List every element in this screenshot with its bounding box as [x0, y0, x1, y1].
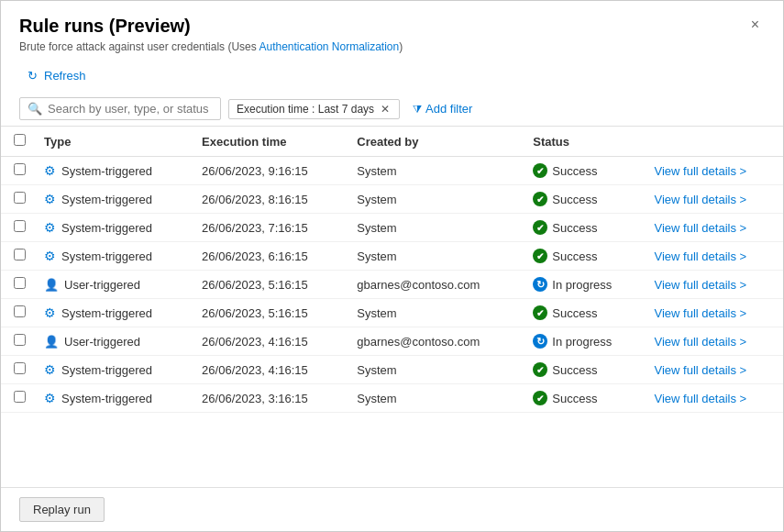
panel-header: Rule runs (Preview) × Brute force attack… [1, 1, 783, 57]
row-checkbox[interactable] [14, 362, 26, 374]
row-checkbox[interactable] [14, 249, 26, 260]
filter-bar: 🔍 Execution time : Last 7 days ✕ ⧩ Add f… [1, 92, 783, 127]
inprogress-icon: ↻ [533, 334, 547, 349]
table-row: 👤User-triggered26/06/2023, 5:16:15gbarne… [1, 271, 783, 299]
gear-icon: ⚙ [44, 362, 56, 377]
execution-time: 26/06/2023, 8:16:15 [193, 185, 348, 214]
search-icon: 🔍 [28, 102, 42, 116]
created-by: System [348, 299, 524, 327]
execution-time: 26/06/2023, 6:16:15 [193, 242, 348, 271]
type-label: System-triggered [61, 363, 152, 377]
execution-time: 26/06/2023, 4:16:15 [193, 327, 348, 356]
runs-table: Type Execution time Created by Status ⚙S… [1, 127, 783, 413]
execution-time: 26/06/2023, 9:16:15 [193, 157, 348, 185]
col-actions [646, 127, 783, 157]
replay-run-button[interactable]: Replay run [19, 497, 105, 522]
search-input[interactable] [48, 102, 213, 116]
view-full-details-link[interactable]: View full details > [655, 306, 747, 320]
table-container: Type Execution time Created by Status ⚙S… [1, 127, 783, 487]
footer: Replay run [1, 487, 783, 531]
table-row: ⚙System-triggered26/06/2023, 8:16:15Syst… [1, 185, 783, 214]
col-created-by: Created by [348, 127, 524, 157]
type-label: System-triggered [61, 221, 152, 235]
view-full-details-link[interactable]: View full details > [655, 164, 747, 178]
refresh-icon: ↻ [25, 68, 39, 83]
col-status: Status [524, 127, 645, 157]
view-full-details-link[interactable]: View full details > [655, 335, 747, 349]
status-label: Success [552, 392, 597, 405]
table-row: 👤User-triggered26/06/2023, 4:16:15gbarne… [1, 327, 783, 356]
view-full-details-link[interactable]: View full details > [655, 221, 747, 235]
inprogress-icon: ↻ [533, 277, 547, 292]
gear-icon: ⚙ [44, 163, 56, 178]
created-by: System [348, 157, 524, 185]
status-label: Success [552, 221, 597, 235]
created-by: System [348, 185, 524, 214]
row-checkbox[interactable] [14, 220, 26, 232]
panel-title: Rule runs (Preview) [19, 16, 191, 37]
row-checkbox[interactable] [14, 277, 26, 289]
view-full-details-link[interactable]: View full details > [655, 193, 747, 206]
view-full-details-link[interactable]: View full details > [655, 278, 747, 292]
created-by: System [348, 242, 524, 271]
row-checkbox[interactable] [14, 192, 26, 204]
execution-time: 26/06/2023, 3:16:15 [193, 384, 348, 413]
add-filter-button[interactable]: ⧩ Add filter [407, 98, 478, 119]
panel-subtitle: Brute force attack against user credenti… [19, 40, 765, 53]
col-checkbox [1, 127, 35, 157]
row-checkbox[interactable] [14, 391, 26, 403]
table-row: ⚙System-triggered26/06/2023, 4:16:15Syst… [1, 356, 783, 384]
filter-chip: Execution time : Last 7 days ✕ [228, 99, 400, 119]
created-by: System [348, 356, 524, 384]
gear-icon: ⚙ [44, 391, 56, 405]
toolbar: ↻ Refresh [1, 57, 783, 92]
type-label: System-triggered [61, 193, 152, 206]
type-label: System-triggered [61, 249, 152, 263]
search-box[interactable]: 🔍 [19, 97, 221, 120]
status-label: In progress [552, 335, 612, 349]
success-icon: ✔ [533, 391, 547, 405]
view-full-details-link[interactable]: View full details > [655, 249, 747, 263]
table-row: ⚙System-triggered26/06/2023, 7:16:15Syst… [1, 214, 783, 242]
gear-icon: ⚙ [44, 220, 56, 235]
subtitle-link[interactable]: Authentication Normalization [259, 40, 399, 53]
gear-icon: ⚙ [44, 305, 56, 320]
col-execution-time: Execution time [193, 127, 348, 157]
close-button[interactable]: × [745, 16, 765, 34]
table-row: ⚙System-triggered26/06/2023, 3:16:15Syst… [1, 384, 783, 413]
filter-chip-remove[interactable]: ✕ [379, 103, 392, 116]
row-checkbox[interactable] [14, 334, 26, 346]
created-by: gbarnes@contoso.com [348, 327, 524, 356]
filter-chip-label: Execution time : Last 7 days [237, 103, 374, 116]
view-full-details-link[interactable]: View full details > [655, 392, 747, 405]
type-label: System-triggered [61, 164, 152, 178]
col-type: Type [35, 127, 193, 157]
row-checkbox[interactable] [14, 305, 26, 317]
table-row: ⚙System-triggered26/06/2023, 9:16:15Syst… [1, 157, 783, 185]
view-full-details-link[interactable]: View full details > [655, 363, 747, 377]
refresh-button[interactable]: ↻ Refresh [19, 64, 92, 86]
status-label: Success [552, 164, 597, 178]
success-icon: ✔ [533, 192, 547, 206]
success-icon: ✔ [533, 249, 547, 263]
status-label: Success [552, 363, 597, 377]
gear-icon: ⚙ [44, 249, 56, 263]
table-header-row: Type Execution time Created by Status [1, 127, 783, 157]
select-all-checkbox[interactable] [14, 134, 26, 146]
user-icon: 👤 [44, 278, 59, 292]
status-label: Success [552, 306, 597, 320]
rule-runs-panel: Rule runs (Preview) × Brute force attack… [0, 0, 784, 532]
type-label: System-triggered [61, 306, 152, 320]
status-label: Success [552, 193, 597, 206]
type-label: User-triggered [64, 335, 140, 349]
success-icon: ✔ [533, 163, 547, 178]
status-label: Success [552, 249, 597, 263]
row-checkbox[interactable] [14, 163, 26, 175]
success-icon: ✔ [533, 362, 547, 377]
created-by: gbarnes@contoso.com [348, 271, 524, 299]
table-row: ⚙System-triggered26/06/2023, 5:16:15Syst… [1, 299, 783, 327]
execution-time: 26/06/2023, 4:16:15 [193, 356, 348, 384]
status-label: In progress [552, 278, 612, 292]
user-icon: 👤 [44, 335, 59, 349]
gear-icon: ⚙ [44, 192, 56, 206]
